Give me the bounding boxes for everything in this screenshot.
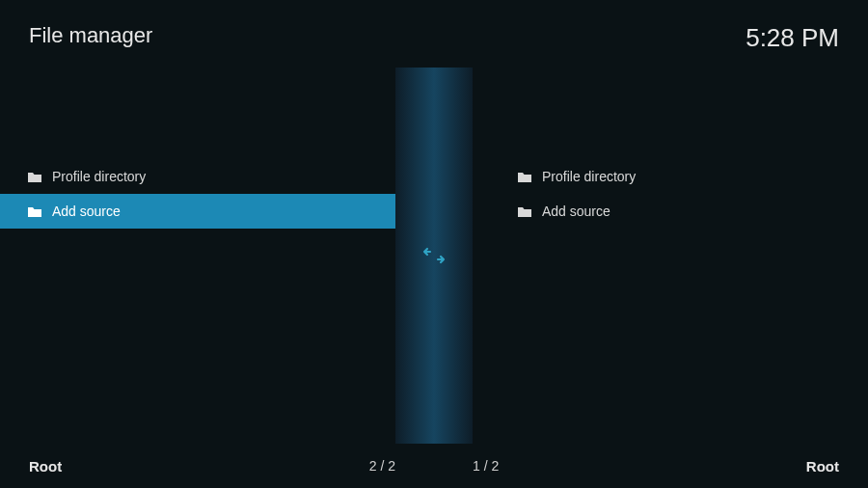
footer-left-label: Root: [29, 458, 62, 474]
clock: 5:28 PM: [746, 23, 839, 53]
footer-right: 1 / 2 Root: [473, 458, 839, 474]
footer-right-counter: 1 / 2: [473, 458, 499, 474]
folder-icon: [27, 171, 42, 182]
right-panel: Profile directory Add source: [473, 68, 868, 444]
list-item-add-source[interactable]: Add source: [473, 194, 868, 229]
folder-icon: [517, 171, 532, 182]
folder-icon: [517, 205, 532, 217]
footer: Root 2 / 2 1 / 2 Root: [0, 444, 868, 488]
footer-left-counter: 2 / 2: [369, 458, 395, 474]
list-item-profile-directory[interactable]: Profile directory: [0, 159, 395, 194]
list-item-label: Profile directory: [52, 169, 146, 184]
transfer-arrows-icon: [420, 246, 448, 265]
footer-left: Root 2 / 2: [29, 458, 395, 474]
list-item-label: Profile directory: [542, 169, 636, 184]
list-item-label: Add source: [542, 203, 610, 219]
header: File manager 5:28 PM: [0, 0, 868, 68]
main-content: Profile directory Add source Profile dir…: [0, 68, 868, 444]
list-item-add-source[interactable]: Add source: [0, 194, 395, 229]
list-item-profile-directory[interactable]: Profile directory: [473, 159, 868, 194]
left-panel: Profile directory Add source: [0, 68, 395, 444]
page-title: File manager: [29, 23, 152, 48]
panel-divider: [395, 68, 473, 444]
footer-right-label: Root: [806, 458, 839, 474]
folder-icon: [27, 205, 42, 217]
list-item-label: Add source: [52, 203, 121, 219]
